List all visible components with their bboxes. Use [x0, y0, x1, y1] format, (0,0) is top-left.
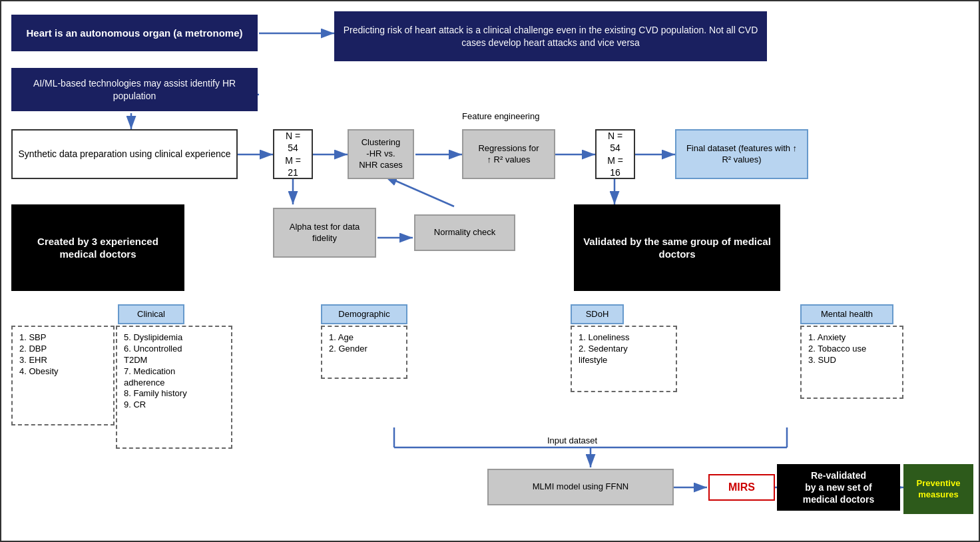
mental-health-label-box: Mental health	[800, 304, 893, 324]
feature-engineering-label: Feature engineering	[462, 111, 539, 121]
clustering-box: Clustering -HR vs. NHR cases	[348, 129, 414, 179]
ai-ml-box: AI/ML-based technologies may assist iden…	[11, 68, 258, 111]
mental-health-list-box: 1. Anxiety 2. Tobacco use 3. SUD	[800, 326, 903, 399]
demographic-label-box: Demographic	[321, 304, 407, 324]
mirs-box: MIRS	[708, 474, 775, 501]
normality-check-box: Normality check	[414, 214, 515, 251]
heart-autonomous-box: Heart is an autonomous organ (a metronom…	[11, 15, 258, 51]
regressions-box: Regressions for ↑ R² values	[462, 129, 555, 179]
final-dataset-box: Final dataset (features with ↑ R² values…	[675, 129, 808, 179]
validated-by-box: Validated by the same group of medical d…	[574, 204, 780, 291]
created-by-box: Created by 3 experienced medical doctors	[11, 204, 184, 291]
mlmi-model-box: MLMI model using FFNN	[487, 469, 674, 505]
n54-m16-box: N = 54 M = 16	[595, 129, 635, 179]
sdoh-list-box: 1. Loneliness 2. Sedentary lifestyle	[571, 326, 677, 392]
alpha-test-box: Alpha test for data fidelity	[273, 208, 376, 258]
clinical-label-box: Clinical	[118, 304, 184, 324]
clinical-list1-box: 1. SBP 2. DBP 3. EHR 4. Obesity	[11, 326, 115, 425]
synthetic-data-box: Synthetic data preparation using clinica…	[11, 129, 238, 179]
revalidated-box: Re-validated by a new set of medical doc…	[777, 464, 900, 511]
n54-m21-box: N = 54 M = 21	[273, 129, 313, 179]
input-dataset-label: Input dataset	[547, 435, 597, 445]
diagram: Heart is an autonomous organ (a metronom…	[0, 0, 980, 542]
sdoh-label-box: SDoH	[571, 304, 624, 324]
svg-line-11	[384, 176, 454, 206]
clinical-list2-box: 5. Dyslipidemia 6. Uncontrolled T2DM 7. …	[116, 326, 232, 449]
predicting-risk-box: Predicting risk of heart attack is a cli…	[334, 11, 767, 61]
demographic-list-box: 1. Age 2. Gender	[321, 326, 407, 379]
preventive-measures-box: Preventive measures	[903, 464, 973, 514]
